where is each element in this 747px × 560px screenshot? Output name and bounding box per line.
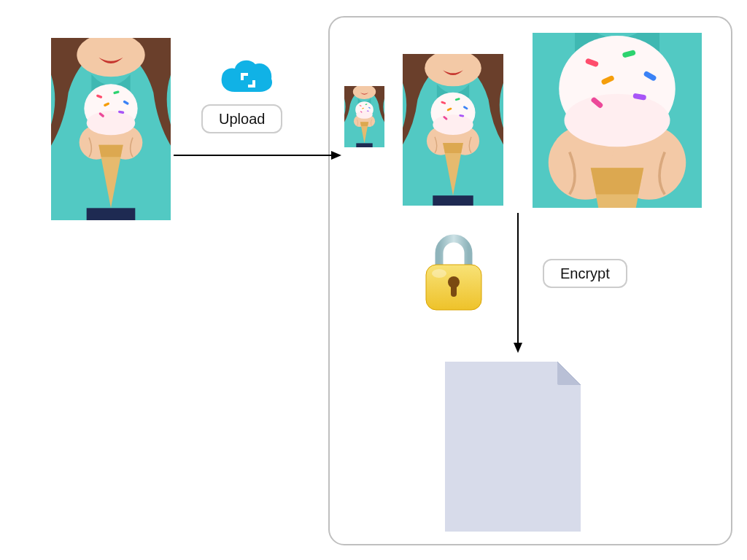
encrypt-label: Encrypt (543, 259, 627, 288)
upload-label-text: Upload (219, 111, 265, 127)
cloud-crop-icon (219, 58, 274, 95)
source-image (51, 38, 171, 220)
arrow-right-icon (174, 148, 341, 163)
svg-marker-14 (331, 151, 341, 160)
svg-point-21 (432, 269, 446, 278)
diagram-canvas: Upload (0, 0, 747, 560)
lock-icon (417, 230, 490, 314)
thumbnail-large (533, 33, 702, 208)
upload-label: Upload (201, 104, 282, 133)
svg-rect-20 (451, 284, 457, 297)
thumbnail-medium (403, 54, 503, 206)
document-page-icon (441, 357, 585, 536)
arrow-down-icon (511, 213, 525, 353)
svg-marker-16 (514, 343, 522, 353)
encrypt-label-text: Encrypt (560, 265, 610, 281)
thumbnail-small (344, 86, 384, 147)
